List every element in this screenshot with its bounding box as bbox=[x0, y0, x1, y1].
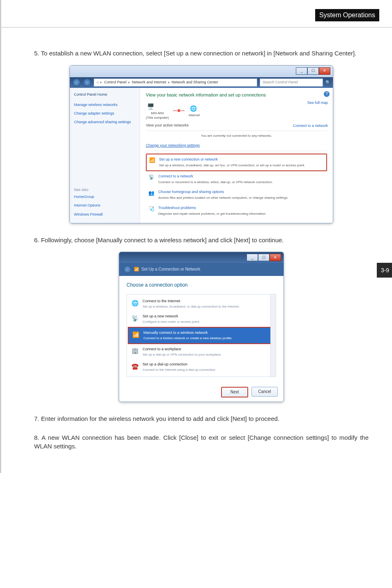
connect-network-icon: 📡 bbox=[148, 174, 155, 181]
dialog-close-button[interactable]: ✕ bbox=[270, 254, 281, 261]
dialup-icon: ☎️ bbox=[130, 362, 139, 371]
step-7-text: Enter information for the wireless netwo… bbox=[41, 415, 279, 422]
see-also-homegroup[interactable]: HomeGroup bbox=[74, 194, 136, 200]
dialog-minimize-button[interactable]: _ bbox=[247, 254, 258, 261]
step-6-num: 6. bbox=[34, 237, 39, 243]
option-setup-new-network[interactable]: 📡 Set up a new network Configure a new r… bbox=[128, 311, 275, 327]
internet-icon: 🌐 bbox=[130, 299, 139, 308]
nav-back-button[interactable] bbox=[72, 78, 81, 87]
crumb-network-sharing[interactable]: Network and Sharing Center bbox=[172, 80, 219, 85]
search-input[interactable]: Search Control Panel bbox=[260, 78, 323, 87]
task-connect-network[interactable]: 📡 Connect to a network Connect or reconn… bbox=[146, 171, 327, 187]
change-networking-settings-link[interactable]: Change your networking settings bbox=[146, 143, 200, 147]
task-desc-0: Set up a wireless, broadband, dial-up, a… bbox=[159, 163, 305, 168]
not-connected-text: You are currently not connected to any n… bbox=[146, 133, 327, 138]
page-number-tab: 3-9 bbox=[377, 263, 392, 278]
connect-to-network-link[interactable]: Connect to a network bbox=[293, 123, 328, 129]
wizard-back-button[interactable] bbox=[123, 265, 131, 273]
see-also-windows-firewall[interactable]: Windows Firewall bbox=[74, 212, 136, 217]
sidebar-manage-wireless[interactable]: Manage wireless networks bbox=[74, 102, 136, 108]
sidebar-change-adapter[interactable]: Change adapter settings bbox=[74, 111, 136, 116]
wireless-icon: 📶 bbox=[131, 330, 140, 339]
task-desc-1: Connect or reconnect to a wireless, wire… bbox=[158, 180, 273, 185]
step-7: 7. Enter information for the wireless ne… bbox=[34, 414, 369, 423]
window-minimize-button[interactable]: _ bbox=[296, 67, 307, 75]
step-8-text: A new WLAN connection has been made. Cli… bbox=[34, 434, 369, 450]
task-title-0: Set up a new connection or network bbox=[159, 157, 305, 162]
option-dialup[interactable]: ☎️ Set up a dial-up connection Connect t… bbox=[128, 359, 275, 375]
task-title-3: Troubleshoot problems bbox=[158, 205, 266, 211]
main-heading: View your basic network information and … bbox=[146, 92, 327, 99]
next-button[interactable]: Next bbox=[221, 387, 248, 397]
cancel-button[interactable]: Cancel bbox=[251, 387, 278, 397]
see-also-internet-options[interactable]: Internet Options bbox=[74, 203, 136, 208]
task-setup-new-connection[interactable]: 📶 Set up a new connection or network Set… bbox=[146, 154, 327, 171]
dialog-maximize-button[interactable]: ☐ bbox=[258, 254, 270, 261]
see-full-map-link[interactable]: See full map bbox=[307, 100, 328, 106]
internet-label: Internet bbox=[189, 113, 200, 118]
globe-icon: 🌐 bbox=[189, 104, 198, 113]
option-manually-connect-wireless[interactable]: 📶 Manually connect to a wireless network… bbox=[128, 327, 275, 344]
homegroup-icon: 👥 bbox=[148, 189, 155, 197]
crumb-network-internet[interactable]: Network and Internet bbox=[132, 80, 166, 85]
see-also-header: See also bbox=[74, 187, 136, 193]
task-homegroup[interactable]: 👥 Choose homegroup and sharing options A… bbox=[146, 187, 327, 203]
window-close-button[interactable]: ✕ bbox=[319, 67, 330, 75]
scrollbar[interactable] bbox=[270, 294, 276, 377]
router-icon: 📡 bbox=[130, 314, 139, 323]
connection-option-list: 🌐 Connect to the Internet Set up a wirel… bbox=[127, 294, 276, 377]
section-title: System Operations bbox=[315, 9, 379, 21]
step-8-num: 8. bbox=[34, 434, 39, 441]
crumb-control-panel[interactable]: Control Panel bbox=[104, 80, 127, 85]
breadcrumb-root-icon: ⌂ bbox=[97, 80, 99, 85]
opt-desc-2: Connect to a hidden network or create a … bbox=[143, 336, 233, 341]
opt-title-3: Connect to a workplace bbox=[143, 347, 221, 352]
task-title-1: Connect to a network bbox=[158, 174, 273, 179]
opt-desc-3: Set up a dial-up or VPN connection to yo… bbox=[143, 352, 221, 357]
network-sharing-center-window: _ ☐ ✕ ⌂ ▸ Control Panel ▸ Network and In… bbox=[69, 65, 333, 223]
computer-sublabel: (This computer) bbox=[146, 115, 169, 120]
task-title-2: Choose homegroup and sharing options bbox=[158, 189, 288, 195]
step-6-text: Followingly, choose [Manually connect to… bbox=[41, 237, 284, 243]
setup-connection-dialog: _ ☐ ✕ 📶 Set Up a Connection or Network C… bbox=[119, 252, 284, 402]
workplace-icon: 🏢 bbox=[130, 347, 139, 356]
help-icon[interactable]: ? bbox=[324, 91, 330, 97]
step-5-text: To establish a new WLAN connection, sele… bbox=[41, 50, 356, 57]
task-desc-2: Access files and printers located on oth… bbox=[158, 195, 288, 200]
troubleshoot-icon: 🩺 bbox=[148, 205, 155, 213]
opt-title-0: Connect to the Internet bbox=[143, 299, 240, 304]
step-8: 8. A new WLAN connection has been made. … bbox=[34, 433, 369, 451]
search-icon: 🔍 bbox=[325, 80, 330, 86]
computer-icon: 🖥️ bbox=[146, 102, 155, 111]
step-5: 5. To establish a new WLAN connection, s… bbox=[34, 49, 369, 58]
sidebar-home[interactable]: Control Panel Home bbox=[74, 92, 136, 97]
step-5-num: 5. bbox=[34, 50, 39, 57]
breadcrumb[interactable]: ⌂ ▸ Control Panel ▸ Network and Internet… bbox=[94, 78, 257, 87]
opt-desc-4: Connect to the Internet using a dial-up … bbox=[143, 368, 216, 372]
option-connect-internet[interactable]: 🌐 Connect to the Internet Set up a wirel… bbox=[128, 296, 275, 312]
opt-title-1: Set up a new network bbox=[143, 314, 200, 319]
opt-desc-1: Configure a new router or access point. bbox=[143, 319, 200, 324]
task-desc-3: Diagnose and repair network problems, or… bbox=[158, 211, 266, 216]
wizard-title: Set Up a Connection or Network bbox=[141, 266, 200, 273]
antenna-icon: 📶 bbox=[134, 266, 139, 273]
setup-connection-icon: 📶 bbox=[148, 157, 156, 164]
disconnected-icon: —✖— bbox=[173, 108, 184, 114]
dialog-heading: Choose a connection option bbox=[127, 282, 276, 289]
window-maximize-button[interactable]: ☐ bbox=[307, 67, 319, 75]
step-6: 6. Followingly, choose [Manually connect… bbox=[34, 236, 369, 245]
sidebar-change-sharing[interactable]: Change advanced sharing settings bbox=[74, 119, 136, 125]
computer-label: MSI-MSI bbox=[146, 111, 169, 116]
step-7-num: 7. bbox=[34, 415, 39, 422]
opt-title-4: Set up a dial-up connection bbox=[143, 362, 216, 367]
opt-title-2: Manually connect to a wireless network bbox=[143, 330, 233, 335]
opt-desc-0: Set up a wireless, broadband, or dial-up… bbox=[143, 304, 240, 309]
option-connect-workplace[interactable]: 🏢 Connect to a workplace Set up a dial-u… bbox=[128, 344, 275, 360]
nav-forward-button[interactable] bbox=[83, 78, 91, 87]
task-troubleshoot[interactable]: 🩺 Troubleshoot problems Diagnose and rep… bbox=[146, 203, 327, 219]
